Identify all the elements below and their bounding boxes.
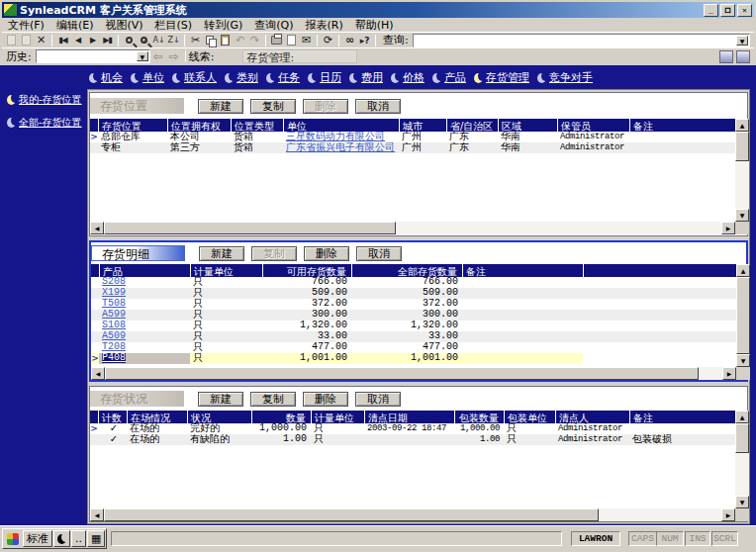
panel3-new-button[interactable]: 新建 [198, 392, 243, 407]
product-link[interactable]: A599 [102, 310, 126, 320]
history-combobox[interactable]: ▼ [36, 49, 150, 63]
minimize-button[interactable]: _ [704, 4, 718, 17]
tab-product[interactable]: 产品 [432, 70, 466, 85]
sidebar-item-my-locations[interactable]: 我的-存货位置 [7, 93, 82, 107]
panel1-copy-button[interactable]: 复制 [250, 99, 296, 114]
table-row[interactable]: S208 只 766.00 766.00 [91, 277, 736, 288]
company-link[interactable]: 三星数码动力有限公司 [286, 132, 385, 141]
close-button[interactable]: ✕ [737, 4, 752, 17]
back-icon[interactable]: ⇦ [153, 49, 163, 63]
menu-goto[interactable]: 转到(G) [198, 18, 248, 33]
panel3-cancel-button[interactable]: 取消 [355, 392, 401, 407]
find-icon[interactable]: ∞ [342, 34, 357, 47]
scroll-right-icon[interactable]: ▶ [721, 222, 735, 234]
scroll-down-icon[interactable]: ▼ [736, 354, 750, 367]
table-row[interactable]: T208 只 477.00 477.00 [91, 342, 736, 353]
table-row[interactable]: X199 只 509.00 509.00 [91, 288, 736, 299]
prev-record-icon[interactable]: ◀ [70, 34, 85, 47]
scroll-right-icon[interactable]: ▶ [721, 508, 735, 521]
product-link[interactable]: T508 [102, 299, 126, 309]
new-record-icon[interactable] [4, 34, 19, 47]
export-icon[interactable]: ✉ [299, 34, 314, 47]
table-row[interactable]: > ✓ 在场的 完好的 1,000.00 只 2003-09-22 18:47 … [90, 423, 735, 434]
panel2-copy-button[interactable]: 复制 [251, 246, 297, 261]
panel2-delete-button[interactable]: 删除 [304, 246, 349, 261]
search-icon[interactable] [122, 34, 137, 47]
next-record-icon[interactable]: ▶ [85, 34, 100, 47]
scroll-up-icon[interactable]: ▲ [736, 264, 750, 277]
query-dropdown-icon[interactable]: ▼ [736, 36, 748, 46]
panel1-vscrollbar[interactable]: ▲ ▼ [735, 119, 749, 222]
company-link[interactable]: 广东省振兴电子有限公司 [286, 142, 395, 152]
product-link[interactable]: S208 [102, 277, 126, 287]
scroll-down-icon[interactable]: ▼ [735, 496, 749, 508]
keyboard-button[interactable]: ▦ [87, 530, 105, 547]
tab-competitor[interactable]: 竞争对手 [537, 70, 593, 85]
redo-icon[interactable]: ↷ [247, 34, 262, 47]
copy-icon[interactable] [203, 34, 218, 47]
delete-record-icon[interactable]: ✕ [34, 34, 48, 47]
first-record-icon[interactable]: ▮◀ [55, 34, 70, 47]
standard-view-button[interactable]: 标准 [23, 530, 52, 547]
tab-opportunity[interactable]: 机会 [89, 70, 123, 85]
print-icon[interactable] [269, 34, 284, 47]
history-dropdown-icon[interactable]: ▼ [137, 51, 148, 61]
forward-icon[interactable]: ⇨ [169, 49, 179, 63]
scroll-down-icon[interactable]: ▼ [735, 209, 749, 222]
tab-price[interactable]: 价格 [391, 70, 425, 85]
menu-edit[interactable]: 编辑(E) [50, 18, 100, 33]
tab-inventory[interactable]: 存货管理 [474, 70, 529, 85]
menu-query[interactable]: 查询(Q) [248, 18, 299, 33]
panel2-cancel-button[interactable]: 取消 [356, 246, 402, 261]
tab-expense[interactable]: 费用 [349, 70, 383, 85]
table-row[interactable]: ✓ 在场的 有缺陷的 1.00 只 1.00 只 Administrator 包… [90, 434, 735, 445]
moon-button[interactable] [53, 530, 70, 547]
scroll-left-icon[interactable]: ◀ [91, 367, 105, 380]
panel2-hscrollbar[interactable]: ◀ ▶ [91, 367, 736, 380]
table-row[interactable]: > 总部仓库 本公司 货箱 三星数码动力有限公司 广州 广东 华南 Admini… [90, 132, 735, 142]
panel2-vscrollbar[interactable]: ▲ ▼ [736, 264, 750, 367]
scroll-left-icon[interactable]: ◀ [90, 508, 104, 521]
menu-help[interactable]: 帮助(H) [349, 18, 400, 33]
panel1-delete-button[interactable]: 删除 [303, 99, 348, 114]
report-icon-2[interactable] [736, 50, 750, 63]
menu-file[interactable]: 文件(F) [2, 18, 50, 33]
dots-button[interactable]: .. [71, 530, 86, 547]
panel3-hscrollbar[interactable]: ◀ ▶ [90, 508, 735, 521]
query-combobox[interactable]: ▼ [413, 34, 750, 47]
menu-columns[interactable]: 栏目(S) [149, 18, 199, 33]
sidebar-item-all-locations[interactable]: 全部-存货位置 [7, 116, 82, 130]
tab-contact[interactable]: 联系人 [172, 70, 217, 85]
table-row-selected[interactable]: > P408 只 1,001.00 1,001.00 [91, 353, 736, 364]
scroll-left-icon[interactable]: ◀ [90, 222, 104, 234]
table-row[interactable]: T508 只 372.00 372.00 [91, 299, 736, 310]
tab-company[interactable]: 单位 [131, 70, 164, 85]
scroll-up-icon[interactable]: ▲ [735, 119, 749, 132]
panel2-new-button[interactable]: 新建 [199, 246, 244, 261]
paste-icon[interactable] [218, 34, 233, 47]
table-row[interactable]: A509 只 33.00 33.00 [91, 331, 736, 342]
table-row[interactable]: S108 只 1,320.00 1,320.00 [91, 321, 736, 331]
refresh-icon[interactable]: ⟳ [321, 34, 335, 47]
tab-task[interactable]: 任务 [266, 70, 300, 85]
panel3-copy-button[interactable]: 复制 [250, 392, 296, 407]
search-plus-icon[interactable]: + [137, 34, 151, 47]
undo-icon[interactable]: ↶ [233, 34, 247, 47]
sort-asc-icon[interactable]: A↓ [151, 34, 166, 47]
menu-view[interactable]: 视图(V) [99, 18, 148, 33]
product-link[interactable]: X199 [102, 288, 126, 298]
product-link[interactable]: S108 [102, 321, 126, 330]
menu-report[interactable]: 报表(R) [300, 18, 349, 33]
sort-desc-icon[interactable]: Z↓ [166, 34, 181, 47]
cut-icon[interactable]: ✂ [188, 34, 203, 47]
table-row[interactable]: 专柜 第三方 货箱 广东省振兴电子有限公司 广州 广东 华南 Administr… [90, 142, 735, 153]
product-link[interactable]: A509 [102, 331, 126, 341]
tab-calendar[interactable]: 日历 [308, 70, 341, 85]
table-row[interactable]: A599 只 300.00 300.00 [91, 310, 736, 321]
product-link[interactable]: P408 [102, 353, 126, 363]
last-record-icon[interactable]: ▶▮ [100, 34, 115, 47]
report-icon-1[interactable] [719, 50, 733, 63]
edit-record-icon[interactable] [19, 34, 34, 47]
context-help-icon[interactable]: ▸? [357, 34, 372, 47]
panel1-cancel-button[interactable]: 取消 [355, 99, 401, 114]
